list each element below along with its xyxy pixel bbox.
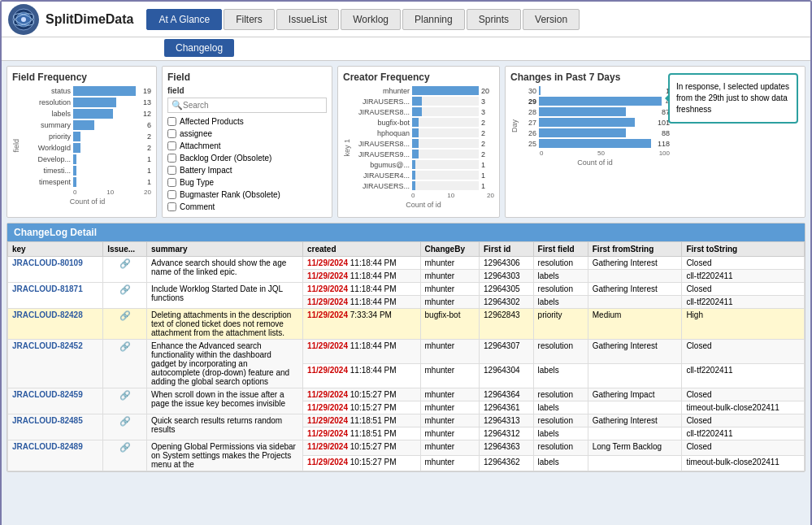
search-icon: 🔍 [172, 100, 183, 111]
field-subheader: field [167, 86, 327, 95]
link-icon: 🔗 [119, 442, 131, 452]
col-firsttostring: First toString [682, 242, 805, 257]
link-icon: 🔗 [119, 390, 131, 400]
col-issue: Issue... [103, 242, 147, 257]
field-search-input[interactable] [183, 101, 323, 110]
field-frequency-chart: status19 resolution13 labels12 summary6 … [24, 86, 151, 187]
field-item-affected-products[interactable]: Affected Products [167, 116, 327, 127]
table-row: JRACLOUD-82459 🔗 When scroll down in the… [8, 388, 805, 401]
field-frequency-title: Field Frequency [12, 72, 151, 83]
svg-point-4 [21, 17, 26, 22]
table-row: JRACLOUD-82452 🔗 Enhance the Advanced se… [8, 340, 805, 364]
changes-y-label: Day [510, 119, 519, 132]
table-row: JRACLOUD-82428 🔗 Deleting attachments in… [8, 309, 805, 340]
changes-chart: 301 294 2887 27101 2688 25118 [520, 86, 670, 148]
creator-x-label: Count of id [353, 201, 494, 209]
sub-tab-changelog[interactable]: Changelog [164, 39, 234, 57]
field-item-comment[interactable]: Comment [167, 202, 327, 212]
field-item-backlog-order[interactable]: Backlog Order (Obsolete) [167, 153, 327, 163]
field-item-assignee[interactable]: assignee [167, 128, 327, 139]
field-item-bugmaster-rank[interactable]: Bugmaster Rank (Obsolete) [167, 189, 327, 200]
sub-nav: Changelog [2, 37, 810, 61]
field-item-battery-impact[interactable]: Battery Impact [167, 165, 327, 176]
field-frequency-panel: Field Frequency field status19 resolutio… [7, 66, 157, 218]
tab-at-a-glance[interactable]: At A Glance [146, 9, 222, 30]
changelog-header: ChangeLog Detail [7, 223, 805, 241]
app-logo [8, 4, 39, 35]
tab-version[interactable]: Version [523, 9, 580, 30]
creator-y-label: key 1 [343, 139, 351, 157]
col-firstfromstring: First fromString [588, 242, 682, 257]
field-list: Affected Products assignee Attachment Ba… [167, 116, 327, 212]
field-item-bug-type[interactable]: Bug Type [167, 177, 327, 188]
link-icon: 🔗 [119, 258, 131, 268]
link-icon: 🔗 [119, 416, 131, 426]
field-selector-panel: Field field 🔍 Affected Products assignee… [162, 66, 332, 218]
changes-tooltip: In response, I selected updates from the… [668, 73, 798, 124]
field-item-attachment[interactable]: Attachment [167, 141, 327, 151]
col-created: created [302, 242, 420, 257]
changes-x-label: Count of id [520, 158, 670, 167]
tab-sprints[interactable]: Sprints [467, 9, 521, 30]
table-row: JRACLOUD-82489 🔗 Opening Global Permissi… [8, 440, 805, 456]
link-icon: 🔗 [119, 284, 131, 294]
link-icon: 🔗 [119, 341, 131, 351]
changelog-table: key Issue... summary created ChangeBy Fi… [7, 241, 805, 471]
creator-frequency-title: Creator Frequency [343, 72, 494, 83]
tab-planning[interactable]: Planning [402, 9, 465, 30]
table-row: JRACLOUD-80109 🔗 Advance search should s… [8, 257, 805, 270]
changelog-section: ChangeLog Detail key Issue... summary cr… [7, 223, 805, 472]
changes-panel: Changes in Past 7 Days Day 301 294 2887 … [505, 66, 805, 218]
col-key: key [8, 242, 103, 257]
tab-worklog[interactable]: Worklog [341, 9, 401, 30]
col-summary: summary [147, 242, 303, 257]
app-title: SplitDimeData [46, 12, 133, 27]
col-changeby: ChangeBy [420, 242, 480, 257]
field-search-box[interactable]: 🔍 [167, 98, 327, 113]
col-firstfield: First field [533, 242, 588, 257]
tooltip-text: In response, I selected updates from the… [676, 82, 789, 114]
bar-label-status: status [24, 87, 71, 95]
field-freq-x-label: Count of id [24, 197, 151, 206]
nav-tabs: At A Glance Filters IssueList Worklog Pl… [146, 9, 804, 30]
field-panel-title: Field [167, 72, 327, 83]
link-icon: 🔗 [119, 310, 131, 320]
tab-filters[interactable]: Filters [224, 9, 275, 30]
creator-chart: mhunter20 JIRAUSERS...3 JIRAUSERS8...3 b… [353, 86, 494, 190]
table-row: JRACLOUD-81871 🔗 Include Worklog Started… [8, 283, 805, 296]
col-firstid: First id [480, 242, 534, 257]
creator-frequency-panel: Creator Frequency key 1 mhunter20 JIRAUS… [337, 66, 500, 218]
field-freq-y-label: field [12, 139, 20, 153]
table-row: JRACLOUD-82485 🔗 Quick search results re… [8, 414, 805, 427]
tab-issuelist[interactable]: IssueList [276, 9, 339, 30]
